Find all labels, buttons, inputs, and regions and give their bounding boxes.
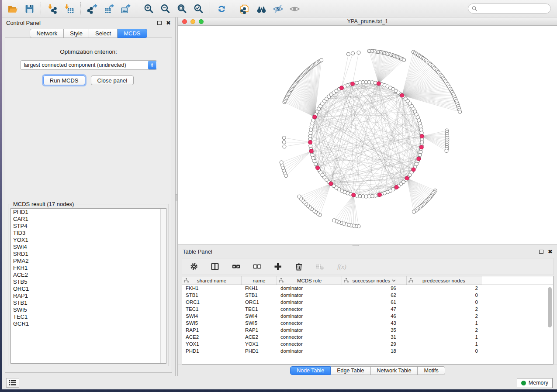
leaf-node[interactable] [347,52,350,56]
mcds-node[interactable] [313,115,317,119]
network-canvas[interactable] [178,26,557,244]
column-header-MCDS-role[interactable]: MCDS role [277,276,342,285]
ring-node[interactable] [309,144,312,148]
mcds-list-scrollbar[interactable] [160,209,166,363]
horizontal-splitter-grip[interactable] [353,245,359,246]
leaf-node[interactable] [320,58,323,62]
mcds-node[interactable] [412,168,415,172]
show-all-button[interactable] [286,1,303,16]
tab-select[interactable]: Select [89,29,118,38]
table-scrollbar[interactable] [547,286,552,363]
tab-style[interactable]: Style [64,29,89,38]
mcds-node[interactable] [352,193,356,197]
window-zoom-icon[interactable] [199,19,204,24]
zoom-fit-button[interactable] [173,1,190,16]
leaf-node[interactable] [412,210,415,213]
table-row[interactable]: PHD1PHD1dominator180 [182,348,553,355]
leaf-node[interactable] [445,149,448,153]
column-header-name[interactable]: name [242,276,277,285]
mcds-result-item[interactable]: GCR1 [11,320,166,327]
ring-node[interactable] [420,131,423,134]
leaf-node[interactable] [283,145,286,148]
float-table-panel-icon[interactable] [539,250,543,254]
table-row[interactable]: ACE2ACE2connector311 [182,334,553,341]
export-image-button[interactable] [117,1,134,16]
table-row[interactable]: TEC1TEC1connector472 [182,306,553,313]
table-tab-motifs[interactable]: Motifs [418,366,445,375]
run-mcds-button[interactable]: Run MCDS [43,76,85,85]
mcds-result-item[interactable]: CAR1 [11,216,166,223]
mcds-result-item[interactable]: ACE2 [11,272,166,279]
refresh-network-button[interactable] [213,1,230,16]
uncheck-all-button[interactable] [251,262,263,271]
criterion-select[interactable]: largest connected component (undirected)… [20,60,157,70]
search-field[interactable] [468,3,551,14]
table-row[interactable]: FKH1FKH1dominator962 [182,285,553,292]
mcds-node[interactable] [329,182,333,186]
leaf-node[interactable] [351,52,355,55]
mcds-node[interactable] [309,149,313,153]
task-history-button[interactable] [6,378,19,388]
mcds-result-item[interactable]: TEC1 [11,313,166,320]
mcds-node[interactable] [351,82,355,86]
export-table-button[interactable] [100,1,117,16]
table-row[interactable]: RAP1RAP1dominator352 [182,327,553,334]
add-column-button[interactable] [272,262,284,271]
find-binoculars-button[interactable] [253,1,270,16]
search-input[interactable] [479,6,547,12]
mcds-node[interactable] [400,93,404,97]
mcds-result-item[interactable]: SRD1 [11,251,166,258]
mcds-result-item[interactable]: SWI5 [11,306,166,313]
leaf-node[interactable] [357,51,360,55]
columns-button[interactable] [209,262,221,271]
tab-mcds[interactable]: MCDS [118,29,147,38]
mcds-result-item[interactable]: FKH1 [11,265,166,272]
save-session-button[interactable] [21,1,38,16]
mcds-node[interactable] [378,193,382,197]
window-minimize-icon[interactable] [190,19,195,24]
column-header-successor-nodes[interactable]: successor nodes [342,276,407,285]
mcds-result-item[interactable]: PMA2 [11,258,166,265]
table-row[interactable]: STB1STB1dominator620 [182,292,553,299]
import-table-button[interactable] [61,1,77,16]
table-scrollbar-thumb[interactable] [548,287,552,327]
vertical-splitter-grip[interactable] [176,194,177,201]
mcds-node[interactable] [419,145,423,149]
leaf-node[interactable] [282,136,286,140]
zoom-selected-button[interactable] [190,1,207,16]
check-all-button[interactable] [230,262,242,271]
close-panel-icon[interactable]: ✖ [166,20,171,26]
mcds-result-item[interactable]: PHD1 [11,209,166,216]
column-header-predecessor-nodes[interactable]: predecessor nodes [407,276,481,285]
mcds-result-item[interactable]: STB1 [11,299,166,306]
mcds-node[interactable] [316,166,320,170]
mcds-node[interactable] [394,186,398,189]
table-row[interactable]: SWI5SWI5connector431 [182,320,553,327]
zoom-in-button[interactable] [140,1,157,16]
mcds-result-item[interactable]: ORC1 [11,285,166,292]
leaf-node[interactable] [458,110,462,113]
open-session-button[interactable] [4,1,21,16]
mcds-node[interactable] [340,86,344,90]
delete-column-button[interactable] [293,262,305,271]
tab-network[interactable]: Network [30,29,64,38]
leaf-node[interactable] [402,58,406,62]
mcds-result-item[interactable]: STB5 [11,279,166,285]
mcds-result-item[interactable]: RAP1 [11,292,166,299]
clone-network-button[interactable] [236,1,253,16]
leaf-node[interactable] [282,141,286,144]
table-tab-edge-table[interactable]: Edge Table [331,366,370,375]
mcds-node[interactable] [420,134,424,138]
ring-node[interactable] [420,141,424,144]
gear-button[interactable] [188,262,201,271]
mcds-node[interactable] [377,82,381,86]
table-row[interactable]: SWI4SWI4dominator462 [182,313,553,320]
mcds-result-item[interactable]: SWI4 [11,244,166,251]
leaf-node[interactable] [280,161,283,164]
leaf-node[interactable] [298,195,301,198]
table-tab-node-table[interactable]: Node Table [290,366,331,375]
table-row[interactable]: YOX1YOX1connector291 [182,341,553,348]
mcds-result-list[interactable]: PHD1CAR1STP4TID3YOX1SWI4SRD1PMA2FKH1ACE2… [10,208,166,364]
zoom-out-button[interactable] [157,1,173,16]
hide-selected-button[interactable] [270,1,286,16]
